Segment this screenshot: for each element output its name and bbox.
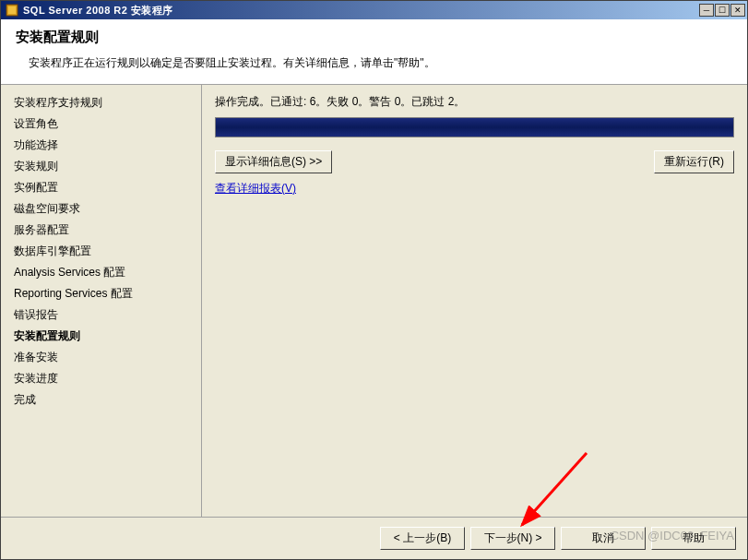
app-icon — [5, 3, 19, 18]
sidebar-step-5[interactable]: 磁盘空间要求 — [12, 198, 197, 220]
window-title: SQL Server 2008 R2 安装程序 — [23, 4, 699, 18]
minimize-button[interactable]: ─ — [699, 4, 714, 17]
rerun-button[interactable]: 重新运行(R) — [654, 150, 734, 173]
step-sidebar: 安装程序支持规则设置角色功能选择安装规则实例配置磁盘空间要求服务器配置数据库引擎… — [1, 85, 202, 517]
show-details-button[interactable]: 显示详细信息(S) >> — [215, 150, 332, 173]
sidebar-step-0[interactable]: 安装程序支持规则 — [12, 92, 197, 113]
sidebar-step-14[interactable]: 完成 — [12, 389, 197, 411]
maximize-button[interactable]: ☐ — [715, 4, 730, 17]
page-header: 安装配置规则 安装程序正在运行规则以确定是否要阻止安装过程。有关详细信息，请单击… — [1, 19, 747, 85]
sidebar-step-10[interactable]: 错误报告 — [12, 304, 197, 326]
sidebar-step-1[interactable]: 设置角色 — [12, 113, 197, 135]
back-button[interactable]: < 上一步(B) — [380, 527, 465, 550]
sidebar-step-2[interactable]: 功能选择 — [12, 135, 197, 156]
sidebar-step-3[interactable]: 安装规则 — [12, 156, 197, 177]
close-button[interactable]: ✕ — [730, 4, 745, 17]
page-title: 安装配置规则 — [16, 29, 732, 46]
sidebar-step-8[interactable]: Analysis Services 配置 — [12, 262, 197, 283]
sidebar-step-11[interactable]: 安装配置规则 — [12, 326, 197, 347]
installer-window: SQL Server 2008 R2 安装程序 ─ ☐ ✕ 安装配置规则 安装程… — [0, 0, 748, 560]
sidebar-step-9[interactable]: Reporting Services 配置 — [12, 283, 197, 304]
titlebar: SQL Server 2008 R2 安装程序 ─ ☐ ✕ — [1, 1, 747, 19]
main-content: 操作完成。已通过: 6。失败 0。警告 0。已跳过 2。 显示详细信息(S) >… — [202, 85, 747, 517]
status-text: 操作完成。已通过: 6。失败 0。警告 0。已跳过 2。 — [215, 94, 734, 110]
sidebar-step-13[interactable]: 安装进度 — [12, 368, 197, 389]
sidebar-step-12[interactable]: 准备安装 — [12, 347, 197, 368]
progress-bar — [215, 117, 734, 137]
sidebar-step-6[interactable]: 服务器配置 — [12, 220, 197, 241]
actions-row: 显示详细信息(S) >> 重新运行(R) — [215, 150, 734, 173]
svg-rect-1 — [8, 6, 16, 14]
view-report-link[interactable]: 查看详细报表(V) — [215, 181, 734, 197]
wizard-footer: < 上一步(B) 下一步(N) > 取消 帮助 — [1, 517, 747, 559]
sidebar-step-7[interactable]: 数据库引擎配置 — [12, 241, 197, 262]
window-controls: ─ ☐ ✕ — [699, 4, 745, 17]
page-description: 安装程序正在运行规则以确定是否要阻止安装过程。有关详细信息，请单击"帮助"。 — [29, 55, 732, 71]
next-button[interactable]: 下一步(N) > — [470, 527, 555, 550]
body: 安装程序支持规则设置角色功能选择安装规则实例配置磁盘空间要求服务器配置数据库引擎… — [1, 85, 747, 517]
cancel-button[interactable]: 取消 — [561, 527, 646, 550]
help-button[interactable]: 帮助 — [651, 527, 736, 550]
sidebar-step-4[interactable]: 实例配置 — [12, 177, 197, 198]
